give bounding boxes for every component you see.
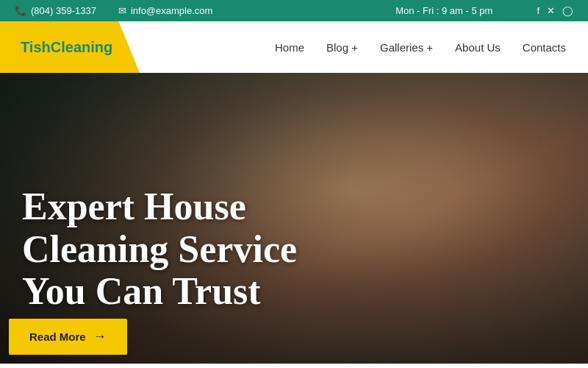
hero-title-line3: You Can Trust xyxy=(22,270,261,312)
twitter-icon[interactable]: ✕ xyxy=(547,5,555,16)
business-hours: Mon - Fri : 9 am - 5 pm xyxy=(395,5,492,16)
arrow-icon: → xyxy=(93,329,107,344)
logo-area[interactable]: TishCleaning xyxy=(0,21,140,73)
hero-title-line2: Cleaning Service xyxy=(22,228,297,270)
main-nav: Home Blog + Galleries + About Us Contact… xyxy=(140,21,588,73)
phone-icon xyxy=(15,5,26,16)
top-bar-contacts: (804) 359-1337 info@example.com xyxy=(15,5,212,16)
hero-title-line1: Expert House xyxy=(22,185,246,227)
read-more-button[interactable]: Read More → xyxy=(9,319,127,355)
top-bar: (804) 359-1337 info@example.com Mon - Fr… xyxy=(0,0,588,21)
instagram-icon[interactable]: ◯ xyxy=(562,5,573,16)
logo: TishCleaning xyxy=(21,39,112,56)
nav-blog[interactable]: Blog + xyxy=(326,41,358,54)
hero-content: Expert House Cleaning Service You Can Tr… xyxy=(22,185,297,312)
email-address: info@example.com xyxy=(131,5,212,16)
hero-cta-area: Read More → xyxy=(9,319,127,355)
email-contact[interactable]: info@example.com xyxy=(118,5,212,16)
social-links: f ✕ ◯ xyxy=(537,5,573,16)
nav-home[interactable]: Home xyxy=(275,41,304,54)
facebook-icon[interactable]: f xyxy=(537,5,539,16)
hero-section: Expert House Cleaning Service You Can Tr… xyxy=(0,73,588,364)
header: TishCleaning Home Blog + Galleries + Abo… xyxy=(0,21,588,73)
nav-galleries[interactable]: Galleries + xyxy=(380,41,433,54)
read-more-label: Read More xyxy=(29,330,86,343)
phone-contact[interactable]: (804) 359-1337 xyxy=(15,5,96,16)
nav-about[interactable]: About Us xyxy=(455,41,501,54)
nav-contacts[interactable]: Contacts xyxy=(523,41,566,54)
email-icon xyxy=(118,5,126,16)
hero-title: Expert House Cleaning Service You Can Tr… xyxy=(22,185,297,312)
phone-number: (804) 359-1337 xyxy=(31,5,96,16)
